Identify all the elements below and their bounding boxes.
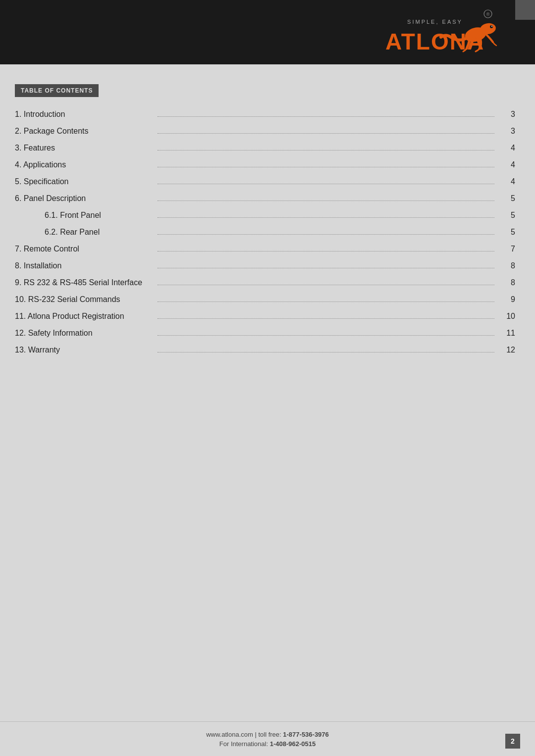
atlona-logo-svg: ® SIMPLE, EASY (362, 5, 520, 59)
toc-entry-label: 3. Features (15, 144, 154, 152)
page-number: 2 (505, 734, 520, 749)
toc-page-number: 8 (500, 278, 515, 287)
footer: www.atlona.com | toll free: 1-877-536-39… (0, 721, 535, 756)
toc-page-number: 4 (500, 144, 515, 152)
toc-row: 3. Features4 (15, 141, 515, 155)
toc-row: 13. Warranty12 (15, 343, 515, 357)
toc-page-number: 4 (500, 177, 515, 186)
toc-row: 6.1. Front Panel5 (15, 208, 515, 223)
footer-website: www.atlona.com (206, 731, 253, 738)
toc-row: 10. RS-232 Serial Commands9 (15, 292, 515, 307)
footer-international-label: For International: (219, 740, 270, 748)
toc-row: 9. RS 232 & RS-485 Serial Interface8 (15, 275, 515, 290)
toc-dots (158, 217, 494, 218)
toc-dots (158, 133, 494, 134)
toc-row: 7. Remote Control7 (15, 242, 515, 256)
toc-page-number: 3 (500, 110, 515, 119)
svg-point-5 (490, 25, 493, 28)
toc-dots (158, 318, 494, 319)
toc-entry-label: 13. Warranty (15, 346, 154, 354)
toc-entry-label: 9. RS 232 & RS-485 Serial Interface (15, 278, 154, 287)
toc-page-number: 10 (500, 312, 515, 321)
main-content: TABLE OF CONTENTS 1. Introduction32. Pac… (0, 64, 535, 399)
toc-row: 5. Specification4 (15, 174, 515, 189)
toc-dots (158, 251, 494, 252)
toc-dots (158, 234, 494, 235)
toc-row: 4. Applications4 (15, 157, 515, 172)
toc-entry-label: 5. Specification (15, 177, 154, 186)
toc-row: 1. Introduction3 (15, 107, 515, 122)
toc-page-number: 3 (500, 127, 515, 136)
toc-entry-label: 1. Introduction (15, 110, 154, 119)
svg-text:ATLONA: ATLONA (385, 29, 484, 54)
toc-page-number: 12 (500, 346, 515, 354)
toc-dots (158, 167, 494, 167)
footer-separator: | toll free: (253, 731, 283, 738)
toc-dots (158, 116, 494, 117)
toc-page-number: 5 (500, 228, 515, 237)
svg-point-6 (491, 26, 492, 27)
toc-dots (158, 285, 494, 285)
toc-dots (158, 268, 494, 268)
toc-entry-label: 12. Safety Information (15, 329, 154, 338)
toc-dots (158, 335, 494, 336)
toc-entry-label: 6. Panel Description (15, 194, 154, 203)
toc-row: 6. Panel Description5 (15, 191, 515, 206)
toc-row: 11. Atlona Product Registration10 (15, 309, 515, 324)
footer-line-2: For International: 1-408-962-0515 (219, 740, 316, 748)
toc-entry-label: 2. Package Contents (15, 127, 154, 136)
toc-page-number: 4 (500, 160, 515, 169)
footer-tollfree: 1-877-536-3976 (283, 731, 329, 738)
toc-row: 2. Package Contents3 (15, 124, 515, 139)
toc-page-number: 7 (500, 245, 515, 253)
header: ® SIMPLE, EASY (0, 0, 535, 64)
toc-page-number: 5 (500, 211, 515, 220)
toc-dots (158, 302, 494, 302)
toc-dots (158, 201, 494, 201)
toc-dots (158, 150, 494, 151)
toc-entry-label: 6.2. Rear Panel (15, 228, 154, 237)
footer-international-number: 1-408-962-0515 (270, 740, 316, 748)
svg-text:®: ® (486, 12, 490, 17)
toc-dots (158, 184, 494, 184)
logo-area: ® SIMPLE, EASY (347, 0, 535, 64)
toc-page-number: 8 (500, 261, 515, 270)
toc-row: 6.2. Rear Panel5 (15, 225, 515, 240)
corner-decoration (515, 0, 535, 20)
toc-entry-label: 11. Atlona Product Registration (15, 312, 154, 321)
toc-page-number: 9 (500, 295, 515, 304)
toc-page-number: 5 (500, 194, 515, 203)
toc-entry-label: 4. Applications (15, 160, 154, 169)
toc-dots (158, 352, 494, 353)
footer-line-1: www.atlona.com | toll free: 1-877-536-39… (206, 731, 329, 738)
svg-text:SIMPLE, EASY: SIMPLE, EASY (407, 19, 463, 25)
toc-page-number: 11 (500, 329, 515, 338)
toc-row: 8. Installation8 (15, 258, 515, 273)
toc-entry-label: 7. Remote Control (15, 245, 154, 253)
toc-row: 12. Safety Information11 (15, 326, 515, 341)
toc-list: 1. Introduction32. Package Contents33. F… (15, 107, 515, 357)
toc-entry-label: 6.1. Front Panel (15, 211, 154, 220)
toc-entry-label: 10. RS-232 Serial Commands (15, 295, 154, 304)
toc-entry-label: 8. Installation (15, 261, 154, 270)
toc-heading: TABLE OF CONTENTS (15, 84, 99, 97)
